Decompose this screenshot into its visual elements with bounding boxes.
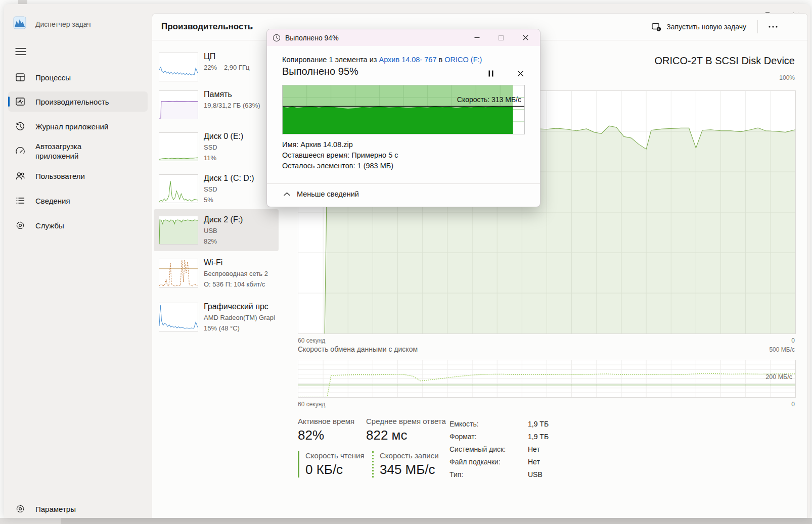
active-time-value: 82% <box>298 427 354 443</box>
sidebar-item-label: Параметры <box>35 504 76 514</box>
prop-value: Нет <box>528 443 540 456</box>
copy-time-remaining: Оставшееся время: Примерно 5 с <box>282 150 398 161</box>
prop-row: Формат:1,9 ТБ <box>449 431 549 443</box>
disk0-mini-chart <box>159 132 198 161</box>
prop-value: Нет <box>528 456 540 468</box>
dialog-minimize-button[interactable] <box>465 29 489 46</box>
dialog-maximize-button[interactable] <box>489 29 513 46</box>
read-speed-value: 0 КБ/с <box>305 462 365 478</box>
sidebar-item-label: Сведения <box>35 196 70 206</box>
transfer-rate-title: Скорость обмена данными с диском <box>298 345 418 353</box>
axis-label-left: 60 секунд <box>298 337 325 344</box>
sidebar-item-processes[interactable]: Процессы <box>8 67 148 87</box>
transfer-rate-max: 500 МБ/с <box>769 346 795 353</box>
write-speed-stat: Скорость записи 345 МБ/с <box>372 451 439 478</box>
copy-items-remaining: Осталось элементов: 1 (983 МБ) <box>282 161 398 171</box>
transfer-rate-mid-label: 200 МБ/с <box>765 373 792 380</box>
write-speed-value: 345 МБ/с <box>380 462 439 478</box>
axis2-label-left: 60 секунд <box>298 401 325 408</box>
processes-icon <box>15 72 25 82</box>
perf-card-wifi[interactable]: Wi-Fi Беспроводная сеть 2 О: 536 П: 104 … <box>154 259 279 291</box>
sidebar-item-label: Журнал приложений <box>35 122 108 131</box>
pause-icon <box>488 70 493 77</box>
response-time-value: 822 мс <box>366 427 446 443</box>
copy-destination-link[interactable]: ORICO (F:) <box>444 56 482 64</box>
more-options-button[interactable] <box>764 19 782 35</box>
perf-card-memory[interactable]: Память 19,8/31,2 ГБ (63%) <box>154 90 279 123</box>
gpu-usage: 15% (48 °C) <box>204 323 280 334</box>
window-title: Диспетчер задач <box>35 20 91 28</box>
gpu-mini-chart <box>159 303 198 331</box>
prop-value: USB <box>528 468 543 481</box>
sidebar-item-app-history[interactable]: Журнал приложений <box>8 116 148 136</box>
prop-label: Системный диск: <box>449 443 528 456</box>
prop-label: Формат: <box>449 431 528 443</box>
sidebar-item-details[interactable]: Сведения <box>8 190 148 211</box>
sidebar-item-services[interactable]: Службы <box>8 215 148 235</box>
card-title: Диск 2 (F:) <box>204 214 280 225</box>
less-details-label: Меньше сведений <box>297 190 359 198</box>
copy-progress-dialog: Выполнено 94% Копирование 1 элемента из … <box>266 29 540 207</box>
sidebar-item-performance[interactable]: Производительность <box>8 91 148 112</box>
sidebar: Процессы Производительность Журнал прило… <box>4 30 152 518</box>
prop-row: Емкость:1,9 ТБ <box>449 418 549 431</box>
response-time-label: Среднее время ответа <box>366 417 446 425</box>
active-time-stat: Активное время 82% <box>298 417 354 443</box>
copy-prefix: Копирование 1 элемента из <box>282 56 379 64</box>
copy-middle: в <box>436 56 444 64</box>
sidebar-item-label: Пользователи <box>35 171 85 181</box>
cpu-frequency: 2,90 ГГц <box>224 64 249 71</box>
prop-row: Файл подкачки:Нет <box>449 456 549 468</box>
read-speed-stat: Скорость чтения 0 КБ/с <box>298 451 365 478</box>
sidebar-item-label: Автозагрузка приложений <box>35 141 111 161</box>
sidebar-item-startup-apps[interactable]: Автозагрузка приложений <box>8 139 148 163</box>
chevron-up-icon <box>284 192 290 196</box>
copy-source-link[interactable]: Архив 14.08- 767 <box>379 56 436 64</box>
memory-mini-chart <box>159 90 198 119</box>
sidebar-item-label: Процессы <box>35 73 71 82</box>
response-time-stat: Среднее время ответа 822 мс <box>366 417 446 443</box>
prop-value: 1,9 ТБ <box>528 431 549 443</box>
write-speed-label: Скорость записи <box>380 451 439 460</box>
new-task-icon <box>652 23 661 31</box>
gear-icon <box>15 504 25 514</box>
dialog-close-button[interactable] <box>513 29 537 46</box>
copy-details: Имя: Архив 14.08.zip Оставшееся время: П… <box>282 139 398 171</box>
maximize-icon <box>499 35 504 40</box>
axis2-label-right: 0 <box>791 401 795 408</box>
page-title: Производительность <box>161 14 253 40</box>
cpu-usage: 22% <box>204 64 217 71</box>
perf-card-disk2[interactable]: Диск 2 (F:) USB 82% <box>154 216 279 248</box>
pause-button[interactable] <box>483 68 499 79</box>
card-title: Wi-Fi <box>204 257 280 268</box>
sidebar-item-settings[interactable]: Параметры <box>8 499 148 519</box>
close-icon <box>523 35 528 40</box>
minimize-icon <box>474 35 480 40</box>
wifi-mini-chart <box>159 259 198 288</box>
details-list-icon <box>15 196 25 206</box>
more-icon <box>769 26 778 28</box>
cancel-copy-button[interactable] <box>513 68 528 79</box>
prop-row: Тип:USB <box>449 468 549 481</box>
perf-card-disk0[interactable]: Диск 0 (E:) SSD 11% <box>154 132 279 165</box>
perf-card-disk1[interactable]: Диск 1 (C: D:) SSD 5% <box>154 174 279 207</box>
hamburger-menu-button[interactable] <box>15 46 26 57</box>
close-icon <box>517 70 524 77</box>
dialog-titlebar[interactable]: Выполнено 94% <box>267 29 540 46</box>
axis-label-right: 0 <box>791 337 795 344</box>
card-title: Графический прс <box>204 301 280 312</box>
perf-card-gpu[interactable]: Графический прс AMD Radeon(TM) Grapl 15%… <box>154 303 279 335</box>
wifi-throughput: О: 536 П: 104 кбит/с <box>204 279 280 290</box>
prop-label: Емкость: <box>449 418 528 431</box>
startup-apps-icon <box>15 146 25 156</box>
history-icon <box>15 121 25 131</box>
perf-card-cpu[interactable]: ЦП 22%2,90 ГГц <box>154 53 279 85</box>
sidebar-item-users[interactable]: Пользователи <box>8 166 148 186</box>
prop-value: 1,9 ТБ <box>528 418 549 431</box>
progress-heading: Выполнено 95% <box>282 66 358 77</box>
device-title: ORICO-2T B SCSI Disk Device <box>655 55 795 67</box>
run-new-task-button[interactable]: Запустить новую задачу <box>647 20 751 34</box>
disk2-usage: 82% <box>204 236 280 247</box>
clock-icon <box>273 34 281 42</box>
less-details-toggle[interactable]: Меньше сведений <box>284 190 359 198</box>
